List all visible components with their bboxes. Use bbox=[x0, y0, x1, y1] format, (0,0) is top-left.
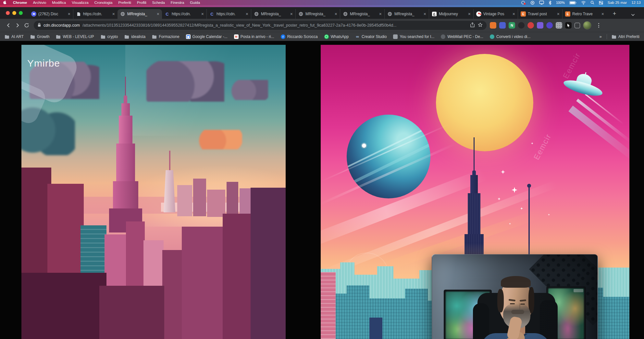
page-content: Ymirbe bbox=[0, 41, 644, 339]
tab-title: MRregista_ bbox=[305, 12, 333, 16]
tab-cdn-image[interactable]: https://cdn. bbox=[162, 9, 206, 19]
zoom-window-button[interactable] bbox=[19, 11, 23, 15]
google-calendar-icon bbox=[186, 34, 191, 39]
minimize-window-button[interactable] bbox=[12, 11, 16, 15]
bookmark-star-icon[interactable] bbox=[478, 22, 483, 29]
tab-close-icon[interactable] bbox=[513, 12, 515, 16]
tab-close-icon[interactable] bbox=[468, 12, 471, 16]
tab-close-icon[interactable] bbox=[290, 12, 293, 16]
crescent-icon bbox=[209, 11, 215, 17]
display-icon[interactable] bbox=[539, 1, 544, 5]
vintage-site-icon bbox=[476, 11, 481, 17]
bookmark-folder-crypto[interactable]: crypto bbox=[101, 34, 118, 39]
bookmark-video-converter[interactable]: Converti i video di... bbox=[490, 34, 530, 39]
fox-extension-icon[interactable] bbox=[490, 22, 496, 29]
other-bookmarks-button[interactable]: Altri Preferiti bbox=[612, 34, 639, 39]
purple-extension-icon[interactable] bbox=[537, 22, 543, 29]
tab-close-icon[interactable] bbox=[157, 12, 159, 16]
bookmark-folder-formazione[interactable]: Formazione bbox=[152, 34, 179, 39]
menu-time[interactable]: 12:13 bbox=[631, 1, 641, 5]
menu-app-name[interactable]: Chrome bbox=[13, 1, 27, 5]
building bbox=[223, 214, 252, 339]
tab-mrregista[interactable]: MRregista_ bbox=[384, 9, 429, 19]
address-bar[interactable]: cdn.discordapp.com /attachments/10135123… bbox=[34, 21, 487, 30]
menu-item-profili[interactable]: Profili bbox=[137, 1, 146, 5]
bookmark-folder-growth[interactable]: Growth bbox=[30, 34, 50, 39]
control-center-icon[interactable] bbox=[599, 1, 603, 5]
profile-avatar[interactable] bbox=[583, 21, 591, 30]
new-tab-button[interactable]: + bbox=[610, 10, 619, 18]
forward-button[interactable] bbox=[13, 21, 22, 30]
empire-state-building bbox=[109, 77, 142, 232]
sparkle bbox=[520, 207, 523, 210]
menu-item-preferiti[interactable]: Preferiti bbox=[118, 1, 131, 5]
tab-close-icon[interactable] bbox=[112, 12, 115, 16]
tab-etsy-travel-posters[interactable]: Travel post bbox=[518, 9, 562, 19]
chrome-menu-icon[interactable] bbox=[597, 22, 601, 29]
pointer-extension-icon[interactable] bbox=[565, 22, 572, 29]
tab-discord[interactable]: (2762) Disc bbox=[29, 9, 73, 19]
pink-building bbox=[321, 272, 336, 339]
tab-vintage-posters[interactable]: Vintage Pos bbox=[473, 9, 518, 19]
gmail-icon bbox=[234, 34, 239, 39]
bookmark-folder-idealista[interactable]: idealista bbox=[124, 34, 145, 39]
tab-close-icon[interactable] bbox=[335, 12, 337, 16]
share-icon[interactable] bbox=[470, 22, 475, 29]
red-extension-icon[interactable] bbox=[527, 22, 534, 29]
blue-extension-icon[interactable] bbox=[499, 22, 506, 29]
tab-close-icon[interactable] bbox=[201, 12, 204, 16]
bookmark-search-result[interactable]: You searched for I... bbox=[393, 34, 434, 39]
tab-close-icon[interactable] bbox=[424, 12, 426, 16]
tab-cdn-image[interactable]: https://cdn. bbox=[73, 9, 118, 19]
bookmark-google-calendar[interactable]: Google Calendar -... bbox=[186, 34, 228, 39]
grid-extension-icon[interactable] bbox=[556, 22, 562, 29]
indigo-extension-icon[interactable] bbox=[546, 22, 553, 29]
bookmarks-overflow-button[interactable]: » bbox=[599, 34, 602, 39]
wifi-icon[interactable] bbox=[581, 1, 586, 5]
tab-close-icon[interactable] bbox=[601, 12, 604, 16]
bookmark-webmail-pec[interactable]: WebMail PEC - De... bbox=[441, 34, 483, 39]
tab-close-icon[interactable] bbox=[379, 12, 382, 16]
dark-extension-icon[interactable] bbox=[518, 22, 525, 29]
menu-item-visualizza[interactable]: Visualizza bbox=[72, 1, 89, 5]
tab-mrregista[interactable]: MRregista_ bbox=[340, 9, 384, 19]
tab-search-chevron-icon[interactable] bbox=[631, 12, 635, 18]
reload-button[interactable] bbox=[22, 21, 31, 30]
bookmark-folder-web-level-up[interactable]: WEB - LEVEL-UP bbox=[56, 34, 94, 39]
bookmark-facebook-profile[interactable]: Riccardo Scrocca bbox=[281, 34, 318, 39]
menu-item-scheda[interactable]: Scheda bbox=[152, 1, 165, 5]
left-poster-image[interactable]: Ymirbe bbox=[21, 45, 286, 339]
battery-icon[interactable] bbox=[569, 1, 576, 5]
screen-record-icon[interactable] bbox=[521, 1, 526, 5]
building bbox=[21, 273, 106, 339]
tab-etsy-retro-travel[interactable]: Retro Trave bbox=[562, 9, 607, 19]
frame-extension-icon[interactable] bbox=[575, 23, 580, 28]
tab-midjourney[interactable]: Midjourney bbox=[429, 9, 473, 19]
bookmark-folder-ai-art[interactable]: AI ART bbox=[5, 34, 24, 39]
menu-item-modifica[interactable]: Modifica bbox=[52, 1, 66, 5]
bookmark-whatsapp[interactable]: WhatsApp bbox=[324, 34, 349, 39]
close-window-button[interactable] bbox=[6, 11, 10, 15]
menu-item-cronologia[interactable]: Cronologia bbox=[94, 1, 113, 5]
menu-item-archivio[interactable]: Archivio bbox=[33, 1, 46, 5]
search-icon[interactable] bbox=[590, 1, 594, 5]
green-n-extension-icon[interactable]: N bbox=[509, 22, 515, 29]
bookmark-creator-studio[interactable]: Creator Studio bbox=[355, 34, 387, 39]
tab-mrregista-active[interactable]: MRregista_ bbox=[118, 9, 162, 19]
menu-date[interactable]: Sab 25 mar bbox=[608, 1, 627, 5]
apple-logo-icon[interactable] bbox=[3, 0, 7, 5]
menu-item-guida[interactable]: Guida bbox=[190, 1, 200, 5]
tab-mrregista[interactable]: MRregista_ bbox=[295, 9, 340, 19]
back-button[interactable] bbox=[4, 21, 13, 30]
menu-item-finestra[interactable]: Finestra bbox=[171, 1, 184, 5]
bookmark-gmail-inbox[interactable]: Posta in arrivo - ri... bbox=[234, 34, 274, 39]
shortcut-circle-icon[interactable] bbox=[530, 1, 535, 5]
tab-close-icon[interactable] bbox=[557, 12, 560, 16]
tab-title: Travel post bbox=[528, 12, 555, 16]
tab-mrregista[interactable]: MRregista_ bbox=[251, 9, 295, 19]
tab-close-icon[interactable] bbox=[246, 12, 248, 16]
tab-title: MRregista_ bbox=[127, 12, 155, 16]
bluetooth-icon[interactable] bbox=[549, 1, 551, 5]
tab-close-icon[interactable] bbox=[68, 12, 70, 16]
tab-cdn-image[interactable]: https://cdn. bbox=[206, 9, 251, 19]
